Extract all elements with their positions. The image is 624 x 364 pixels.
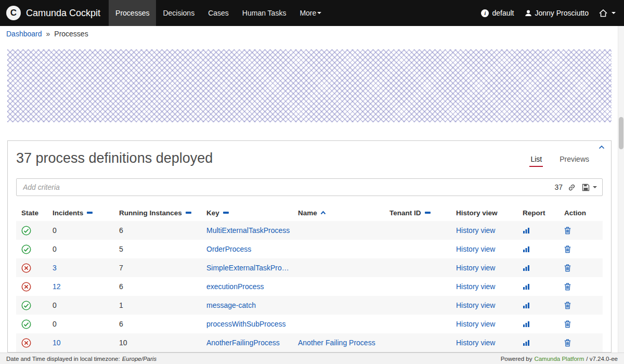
process-key-link[interactable]: AnotherFailingProcess bbox=[206, 339, 280, 347]
column-header-name[interactable]: Name bbox=[293, 209, 384, 217]
report-icon[interactable] bbox=[523, 283, 530, 290]
column-header-state[interactable]: State bbox=[16, 209, 47, 217]
report-icon[interactable] bbox=[523, 302, 530, 309]
sort-remove-icon[interactable] bbox=[223, 212, 229, 214]
history-view-link[interactable]: History view bbox=[456, 320, 495, 328]
scrollbar-thumb[interactable] bbox=[619, 117, 623, 149]
column-header-action[interactable]: Action bbox=[559, 209, 603, 217]
user-name: Jonny Prosciutto bbox=[535, 9, 589, 17]
process-key-link[interactable]: SimpleExternalTaskPro… bbox=[206, 264, 289, 272]
sort-remove-icon[interactable] bbox=[425, 212, 431, 214]
app-title[interactable]: Camunda Cockpit bbox=[26, 8, 100, 19]
state-icon bbox=[21, 263, 31, 273]
caret-down-icon bbox=[593, 186, 597, 188]
history-view-link[interactable]: History view bbox=[456, 339, 495, 347]
breadcrumb-dashboard-link[interactable]: Dashboard bbox=[6, 30, 42, 38]
trash-icon[interactable] bbox=[564, 302, 571, 309]
running-instances-value: 7 bbox=[119, 264, 123, 272]
column-header-running-instances[interactable]: Running Instances bbox=[114, 209, 201, 217]
remove-circle-icon bbox=[21, 263, 31, 273]
column-header-label: Name bbox=[298, 209, 317, 217]
main-nav: ProcessesDecisionsCasesHuman TasksMore bbox=[109, 0, 328, 26]
process-key-link[interactable]: processWithSubProcess bbox=[206, 320, 286, 328]
caret-down-icon bbox=[317, 12, 321, 14]
process-key-link[interactable]: OrderProcess bbox=[206, 245, 251, 253]
column-header-history-view[interactable]: History view bbox=[451, 209, 517, 217]
column-header-label: Action bbox=[564, 209, 586, 217]
ok-circle-icon bbox=[21, 319, 31, 329]
nav-item-label: Decisions bbox=[163, 9, 194, 17]
scrollbar-track bbox=[618, 26, 624, 353]
collapse-panel-icon[interactable] bbox=[599, 145, 605, 149]
nav-item-label: Human Tasks bbox=[242, 9, 287, 17]
history-view-link[interactable]: History view bbox=[456, 264, 495, 272]
tab-previews[interactable]: Previews bbox=[558, 153, 590, 167]
remove-circle-icon bbox=[21, 282, 31, 292]
dashboard-chart-placeholder bbox=[7, 49, 612, 122]
process-name-link[interactable]: Another Failing Process bbox=[298, 339, 375, 347]
tab-list[interactable]: List bbox=[529, 153, 543, 167]
engine-selector[interactable]: default bbox=[481, 9, 514, 17]
breadcrumb-current: Processes bbox=[54, 30, 88, 38]
sort-remove-icon[interactable] bbox=[186, 212, 191, 214]
camunda-platform-link[interactable]: Camunda Platform bbox=[534, 356, 584, 362]
incidents-value[interactable]: 12 bbox=[53, 282, 61, 291]
camunda-logo[interactable]: C bbox=[6, 6, 21, 20]
process-key-link[interactable]: executionProcess bbox=[206, 282, 264, 291]
history-view-link[interactable]: History view bbox=[456, 301, 495, 309]
table-row: 12 6 executionProcess History view bbox=[16, 277, 603, 296]
column-header-label: State bbox=[21, 209, 38, 217]
trash-icon[interactable] bbox=[564, 320, 571, 328]
home-menu[interactable] bbox=[599, 9, 616, 17]
history-view-link[interactable]: History view bbox=[456, 282, 495, 291]
trash-icon[interactable] bbox=[564, 227, 571, 235]
incidents-value[interactable]: 3 bbox=[53, 264, 57, 272]
nav-item-decisions[interactable]: Decisions bbox=[156, 0, 201, 26]
column-header-key[interactable]: Key bbox=[201, 209, 293, 217]
timezone-value: Europe/Paris bbox=[122, 356, 157, 362]
state-icon bbox=[21, 301, 31, 310]
nav-item-cases[interactable]: Cases bbox=[201, 0, 236, 26]
column-header-incidents[interactable]: Incidents bbox=[47, 209, 114, 217]
add-criteria-input[interactable] bbox=[17, 179, 551, 196]
history-view-link[interactable]: History view bbox=[456, 226, 495, 235]
save-search-button[interactable] bbox=[582, 184, 597, 191]
engine-name: default bbox=[492, 9, 514, 17]
running-instances-value: 10 bbox=[119, 339, 127, 347]
info-icon bbox=[481, 9, 489, 17]
running-instances-value: 1 bbox=[119, 301, 123, 309]
state-icon bbox=[21, 244, 31, 254]
trash-icon[interactable] bbox=[564, 339, 571, 347]
top-navbar: C Camunda Cockpit ProcessesDecisionsCase… bbox=[0, 0, 624, 26]
nav-item-processes[interactable]: Processes bbox=[109, 0, 156, 26]
process-key-link[interactable]: message-catch bbox=[206, 301, 256, 309]
incidents-value[interactable]: 10 bbox=[53, 339, 61, 347]
running-instances-value: 6 bbox=[119, 320, 123, 328]
column-header-label: Running Instances bbox=[119, 209, 182, 217]
trash-icon[interactable] bbox=[564, 264, 571, 272]
report-icon[interactable] bbox=[523, 227, 530, 234]
trash-icon[interactable] bbox=[564, 283, 571, 291]
person-icon bbox=[525, 9, 532, 17]
table-body: 0 6 MultiExternalTaskProcess History vie… bbox=[16, 221, 603, 352]
column-header-report[interactable]: Report bbox=[517, 209, 559, 217]
nav-item-human-tasks[interactable]: Human Tasks bbox=[236, 0, 293, 26]
logo-letter: C bbox=[10, 8, 17, 18]
report-icon[interactable] bbox=[523, 320, 530, 328]
history-view-link[interactable]: History view bbox=[456, 245, 495, 253]
table-row: 0 6 MultiExternalTaskProcess History vie… bbox=[16, 221, 603, 240]
report-icon[interactable] bbox=[523, 245, 530, 253]
column-header-tenant-id[interactable]: Tenant ID bbox=[384, 209, 451, 217]
process-key-link[interactable]: MultiExternalTaskProcess bbox=[206, 226, 290, 235]
footer: Date and Time displayed in local timezon… bbox=[0, 353, 624, 364]
sort-remove-icon[interactable] bbox=[87, 212, 93, 214]
copy-link-icon[interactable] bbox=[568, 184, 576, 191]
report-icon[interactable] bbox=[523, 264, 530, 271]
user-menu[interactable]: Jonny Prosciutto bbox=[525, 9, 589, 17]
table-row: 10 10 AnotherFailingProcess Another Fail… bbox=[16, 333, 603, 352]
ok-circle-icon bbox=[21, 226, 31, 236]
breadcrumb-separator: » bbox=[46, 30, 50, 38]
trash-icon[interactable] bbox=[564, 245, 571, 253]
nav-item-more[interactable]: More bbox=[293, 0, 328, 26]
report-icon[interactable] bbox=[523, 339, 530, 346]
